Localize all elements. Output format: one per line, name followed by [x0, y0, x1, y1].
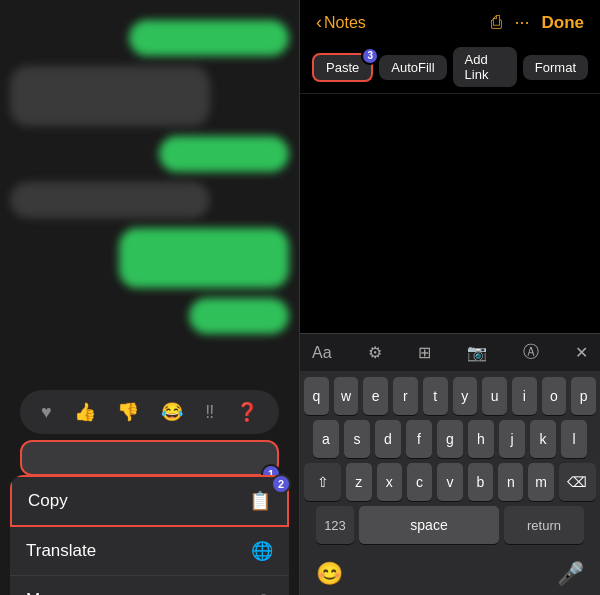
more-options-icon[interactable]: ··· [514, 12, 529, 33]
header-actions: ⎙ ··· Done [491, 12, 584, 33]
chat-bubble [10, 66, 210, 126]
key-w[interactable]: w [334, 377, 359, 415]
key-s[interactable]: s [344, 420, 370, 458]
more-label: More... [26, 590, 79, 596]
key-g[interactable]: g [437, 420, 463, 458]
key-row-2: a s d f g h j k l [304, 420, 596, 458]
key-n[interactable]: n [498, 463, 523, 501]
key-row-4: 123 space return [304, 506, 596, 544]
key-b[interactable]: b [468, 463, 493, 501]
chat-bubble [189, 298, 289, 334]
add-link-label: Add Link [465, 52, 489, 82]
chat-bubble [119, 228, 289, 288]
emoji-button[interactable]: 😊 [316, 561, 343, 587]
microphone-icon[interactable]: 🎤 [557, 561, 584, 587]
chat-bubble [129, 20, 289, 56]
selected-message [20, 440, 279, 476]
chevron-left-icon: ‹ [316, 12, 322, 33]
key-a[interactable]: a [313, 420, 339, 458]
grid-tool-icon[interactable]: ⊞ [418, 343, 431, 362]
translate-icon: 🌐 [251, 540, 273, 562]
key-r[interactable]: r [393, 377, 418, 415]
key-row-1: q w e r t y u i o p [304, 377, 596, 415]
emoji-bar: 😊 🎤 [300, 553, 600, 595]
share-icon[interactable]: ⎙ [491, 12, 502, 33]
step-badge-3: 3 [361, 47, 379, 65]
paste-label: Paste [326, 60, 359, 75]
key-row-3: ⇧ z x c v b n m ⌫ [304, 463, 596, 501]
format-label: Format [535, 60, 576, 75]
notes-content[interactable] [300, 94, 600, 333]
close-keyboard-icon[interactable]: ✕ [575, 343, 588, 362]
key-d[interactable]: d [375, 420, 401, 458]
back-label: Notes [324, 14, 366, 32]
thumbs-up-icon[interactable]: 👍 [74, 401, 96, 423]
keyboard-toolbar: Aa ⚙ ⊞ 📷 Ⓐ ✕ [300, 333, 600, 371]
translate-menu-item[interactable]: Translate 🌐 [10, 527, 289, 576]
haha-icon[interactable]: 😂 [161, 401, 183, 423]
key-k[interactable]: k [530, 420, 556, 458]
copy-icon: 📋 [249, 490, 271, 512]
chat-bubble [10, 182, 210, 218]
thumbs-down-icon[interactable]: 👎 [117, 401, 139, 423]
key-i[interactable]: i [512, 377, 537, 415]
done-button[interactable]: Done [542, 13, 585, 33]
chat-area [0, 0, 299, 380]
key-m[interactable]: m [528, 463, 553, 501]
circle-a-icon[interactable]: Ⓐ [523, 342, 539, 363]
shift-key[interactable]: ⇧ [304, 463, 341, 501]
right-panel: ‹ Notes ⎙ ··· Done Paste 3 AutoFill Add … [300, 0, 600, 595]
key-t[interactable]: t [423, 377, 448, 415]
key-j[interactable]: j [499, 420, 525, 458]
key-c[interactable]: c [407, 463, 432, 501]
copy-menu-item[interactable]: Copy 📋 [10, 475, 289, 527]
key-o[interactable]: o [542, 377, 567, 415]
key-l[interactable]: l [561, 420, 587, 458]
question-icon[interactable]: ❓ [236, 401, 258, 423]
add-link-button[interactable]: Add Link [453, 47, 517, 87]
return-key[interactable]: return [504, 506, 584, 544]
backspace-key[interactable]: ⌫ [559, 463, 596, 501]
key-f[interactable]: f [406, 420, 432, 458]
more-menu-item[interactable]: More... ☺ [10, 576, 289, 595]
step-badge-2: 2 [271, 474, 291, 494]
format-button[interactable]: Format [523, 55, 588, 80]
key-p[interactable]: p [571, 377, 596, 415]
space-key[interactable]: space [359, 506, 499, 544]
chat-bubble [159, 136, 289, 172]
paste-button[interactable]: Paste 3 [312, 53, 373, 82]
reaction-bar[interactable]: ♥ 👍 👎 😂 ‼️ ❓ [20, 390, 279, 434]
autofill-label: AutoFill [391, 60, 434, 75]
key-v[interactable]: v [437, 463, 462, 501]
settings-tool-icon[interactable]: ⚙ [368, 343, 382, 362]
key-z[interactable]: z [346, 463, 371, 501]
key-q[interactable]: q [304, 377, 329, 415]
keyboard: q w e r t y u i o p a s d f g h j k l ⇧ … [300, 371, 600, 553]
notes-header: ‹ Notes ⎙ ··· Done [300, 0, 600, 41]
key-u[interactable]: u [482, 377, 507, 415]
exclaim-icon[interactable]: ‼️ [205, 402, 214, 423]
camera-tool-icon[interactable]: 📷 [467, 343, 487, 362]
copy-label: Copy [28, 491, 68, 511]
back-button[interactable]: ‹ Notes [316, 12, 366, 33]
context-menu: Copy 📋 Translate 🌐 More... ☺ [10, 475, 289, 595]
key-e[interactable]: e [363, 377, 388, 415]
more-icon: ☺ [255, 589, 273, 595]
key-h[interactable]: h [468, 420, 494, 458]
font-tool-icon[interactable]: Aa [312, 344, 332, 362]
left-panel: ♥ 👍 👎 😂 ‼️ ❓ 1 Copy 📋 Translate 🌐 More..… [0, 0, 299, 595]
translate-label: Translate [26, 541, 96, 561]
numbers-key[interactable]: 123 [316, 506, 354, 544]
notes-toolbar: Paste 3 AutoFill Add Link Format [300, 41, 600, 94]
autofill-button[interactable]: AutoFill [379, 55, 446, 80]
key-x[interactable]: x [377, 463, 402, 501]
key-y[interactable]: y [453, 377, 478, 415]
heart-icon[interactable]: ♥ [41, 402, 52, 423]
